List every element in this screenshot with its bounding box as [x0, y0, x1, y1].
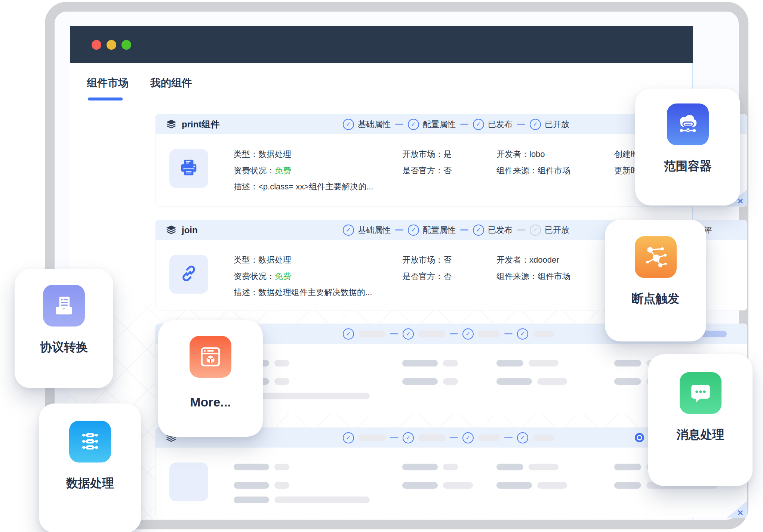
check-icon: ✓: [462, 432, 474, 443]
step-dash: [504, 333, 513, 334]
check-icon: ✓: [530, 119, 541, 130]
field-source: 组件来源：组件市场: [496, 271, 570, 282]
card-title: print组件: [182, 118, 219, 130]
window-content: 组件市场 我的组件 print组件 ✓基础属性: [70, 63, 693, 519]
link-icon: [179, 263, 199, 285]
close-icon: ×: [738, 508, 743, 517]
check-icon: ✓: [517, 432, 528, 443]
skeleton-bar: [359, 331, 385, 337]
maximize-window-dot[interactable]: [121, 40, 131, 50]
step-dash: [390, 437, 398, 438]
close-window-dot[interactable]: [92, 40, 101, 50]
step-dash: [517, 124, 525, 125]
status-steps: ✓ ✓ ✓ ✓: [343, 428, 554, 448]
step-dash: [395, 124, 403, 125]
field-desc: 描述：数据处理组件主要解决数据的...: [234, 287, 372, 298]
step-open: ✓已开放: [530, 225, 569, 236]
skeleton-bar: [533, 331, 554, 337]
field-type: 类型：数据处理: [234, 149, 291, 160]
skeleton-field: [234, 482, 289, 489]
skeleton-bar: [478, 434, 500, 441]
skeleton-field: [496, 482, 567, 489]
floating-card-scope-container[interactable]: 范围容器: [635, 89, 740, 205]
window-titlebar: [70, 26, 693, 63]
step-dash: [504, 437, 513, 438]
step-dash: [395, 229, 403, 231]
component-icon-tile: [169, 149, 208, 188]
check-icon: ✓: [530, 225, 541, 236]
field-open-market: 开放市场：是: [402, 149, 452, 160]
component-icon-tile: [169, 255, 208, 294]
check-icon: ✓: [408, 119, 419, 130]
step-skeleton: ✓: [343, 328, 385, 340]
step-config: ✓配置属性: [408, 119, 456, 130]
protocol-convert-icon: [43, 285, 85, 327]
data-process-icon: [69, 421, 111, 463]
layers-icon: [166, 225, 177, 236]
component-icon-tile: [169, 463, 208, 501]
tab-component-market[interactable]: 组件市场: [87, 76, 129, 90]
skeleton-bar: [418, 434, 445, 441]
close-icon: ×: [738, 196, 743, 206]
skeleton-field: [234, 497, 370, 503]
layers-icon: [166, 119, 177, 130]
step-dash: [450, 437, 458, 438]
floating-card-label: 数据处理: [66, 475, 114, 492]
step-published: ✓已发布: [473, 119, 513, 130]
check-icon: ✓: [403, 328, 414, 340]
floating-card-label: 消息处理: [677, 427, 724, 443]
step-dash: [390, 333, 398, 334]
floating-card-label: 范围容器: [664, 158, 712, 174]
floating-card-data-process[interactable]: 数据处理: [39, 403, 141, 532]
tab-bar: 组件市场 我的组件: [87, 76, 192, 90]
field-desc: 描述：<p.class= xx>组件主要解决的...: [234, 181, 373, 192]
step-published: ✓已发布: [473, 225, 513, 236]
field-open-market: 开放市场：否: [402, 254, 452, 266]
skeleton-bar: [359, 434, 385, 441]
breakpoint-trigger-icon: [635, 236, 677, 278]
usage-icon: [635, 433, 644, 442]
floating-card-protocol-convert[interactable]: 协议转换: [15, 269, 113, 388]
check-icon: ✓: [343, 328, 354, 340]
skeleton-field: [402, 464, 458, 470]
card-title: join: [182, 225, 198, 235]
step-skeleton: ✓: [343, 432, 385, 443]
skeleton-bar: [418, 331, 445, 337]
step-skeleton: ✓: [403, 432, 445, 443]
step-basic: ✓基础属性: [343, 225, 391, 236]
floating-card-label: 协议转换: [40, 339, 88, 356]
skeleton-field: [402, 360, 458, 366]
step-dash: [450, 333, 458, 334]
field-official: 是否官方：否: [402, 165, 452, 176]
step-skeleton: ✓: [462, 328, 500, 340]
step-open: ✓已开放: [530, 119, 569, 130]
check-icon: ✓: [517, 328, 528, 340]
more-components-icon: [190, 336, 231, 378]
step-skeleton: ✓: [517, 432, 554, 443]
skeleton-bar: [533, 434, 554, 441]
screenshot-stage: 组件市场 我的组件 print组件 ✓基础属性: [0, 0, 763, 532]
floating-card-more[interactable]: More...: [158, 320, 263, 437]
check-icon: ✓: [473, 225, 484, 236]
browser-window: 组件市场 我的组件 print组件 ✓基础属性: [70, 26, 693, 519]
tab-my-components[interactable]: 我的组件: [150, 76, 192, 90]
check-icon: ✓: [343, 119, 354, 130]
collapse-corner[interactable]: ×: [726, 501, 747, 518]
step-dash: [517, 229, 525, 231]
step-skeleton: ✓: [517, 328, 554, 340]
field-fee: 资费状况：免费: [234, 271, 291, 282]
floating-card-message-process[interactable]: 消息处理: [648, 354, 753, 486]
step-skeleton: ✓: [403, 328, 445, 340]
status-steps: ✓基础属性 ✓配置属性 ✓已发布 ✓已开放: [343, 220, 569, 240]
minimize-window-dot[interactable]: [107, 40, 116, 50]
skeleton-bar: [478, 331, 500, 337]
check-icon: ✓: [462, 328, 474, 340]
message-icon: [680, 372, 722, 414]
check-icon: ✓: [343, 432, 354, 443]
skeleton-field: [234, 464, 289, 470]
skeleton-field: [496, 464, 559, 470]
status-steps: ✓ ✓ ✓ ✓: [343, 324, 554, 344]
floating-card-breakpoint-trigger[interactable]: 断点触发: [605, 220, 706, 341]
step-basic: ✓基础属性: [343, 119, 391, 130]
check-icon: ✓: [403, 432, 414, 443]
